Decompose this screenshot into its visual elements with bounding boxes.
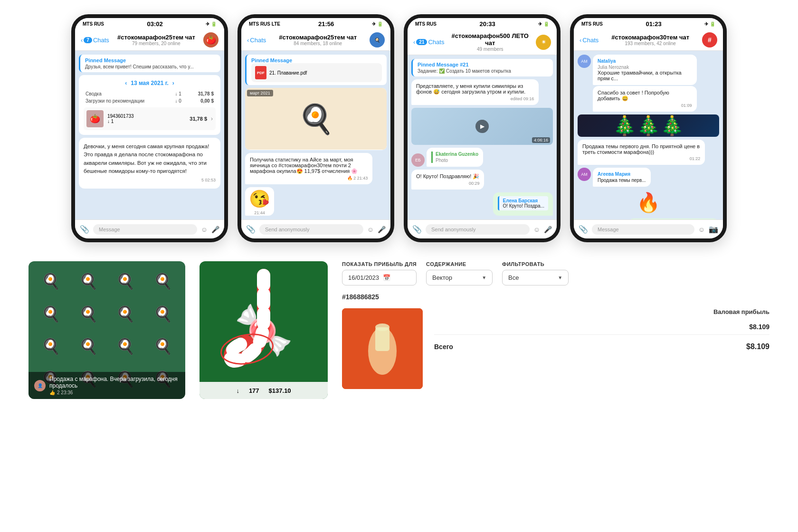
- emoji-icon-4[interactable]: ☺: [698, 226, 705, 233]
- revenue-amount-1: $8.109: [749, 323, 770, 331]
- pin-label-2: Pinned Message: [251, 57, 382, 63]
- mic-icon-4[interactable]: 📷: [709, 225, 718, 234]
- chat-header-2: ‹ Chats #стокомарафон25тем чат 84 member…: [241, 29, 390, 51]
- invoice-item-info: 1943601733 ↓ 1: [107, 114, 186, 124]
- emoji-icon-1[interactable]: ☺: [201, 226, 208, 233]
- task-msg-3: Представляете, у меня купили симиляры из…: [411, 79, 539, 105]
- reply-time-3: 00:29: [416, 181, 479, 186]
- pdf-name-2: 21. Плавание.pdf: [269, 70, 307, 76]
- msg2-time-4: 01:09: [598, 103, 692, 108]
- bubble-time-2a: 🔥 2 21:43: [250, 176, 368, 180]
- attach-icon-2[interactable]: 📎: [246, 225, 256, 234]
- egg-7: 🍳: [108, 299, 143, 330]
- message-input-2[interactable]: Send anonymously: [259, 224, 363, 235]
- download-icon: ↓: [236, 387, 239, 394]
- mic-icon-3[interactable]: 🎤: [544, 226, 552, 233]
- egg-4: 🍳: [145, 266, 181, 297]
- ageva-msg-group: АМ Агеева Мария Продажа темы перв...: [578, 168, 719, 187]
- mic-icon-1[interactable]: 🎤: [211, 226, 219, 233]
- date-value: 16/01/2023: [348, 274, 379, 281]
- pin-label-3: Pinned Message #21: [418, 62, 548, 67]
- invoice-nav-1: ‹ 13 мая 2021 г. ›: [84, 80, 216, 86]
- attach-icon-4[interactable]: 📎: [579, 225, 588, 234]
- chat-name-2: #стокомарафон25тем чат: [270, 34, 366, 41]
- invoice-amt-recommend: 0,00 $: [188, 97, 216, 104]
- chat-content-2: Pinned Message PDF 21. Плавание.pdf 🍳 ма…: [241, 51, 390, 219]
- video-play-icon[interactable]: ▶: [475, 120, 489, 133]
- emoji-icon-3[interactable]: ☺: [533, 226, 540, 233]
- chat-title-4: #стокомарафон30тем чат 193 members, 42 o…: [602, 34, 698, 46]
- elena-msg-container: ЕБ Ekaterina Guzenko Photo: [411, 148, 553, 167]
- message-input-3[interactable]: Send anonymously: [426, 224, 530, 235]
- msg-bubble-2a: Получила статистику на Айсе за март, моя…: [245, 153, 372, 184]
- back-button-1[interactable]: ‹ 7 Chats: [81, 37, 109, 44]
- ekaterina-name: Ekaterina Guzenko: [436, 152, 478, 157]
- photo-label-3: Photo: [436, 158, 478, 163]
- ageva-bubble: Агеева Мария Продажа темы перв...: [593, 168, 651, 187]
- back-button-2[interactable]: ‹ Chats: [247, 37, 266, 44]
- icons-3: ✈ 🔋: [538, 21, 549, 27]
- chat-content-3: Pinned Message #21 Задание: ✅ Создать 10…: [408, 55, 557, 219]
- back-label-1: Chats: [93, 37, 109, 44]
- message-input-4[interactable]: Message: [592, 224, 694, 235]
- status-bar-3: MTS RUS 20:33 ✈ 🔋: [408, 18, 557, 29]
- message-input-1[interactable]: Message: [93, 224, 197, 235]
- task-time-3: edited 09:16: [416, 96, 534, 101]
- revenue-header: Валовая прибыль: [434, 308, 770, 315]
- chat-name-4: #стокомарафон30тем чат: [602, 34, 698, 41]
- eggs-caption-bar: 👤 Продажа с марафона. Вчера загрузила, с…: [28, 372, 185, 399]
- stats-filters: ПОКАЗАТЬ ПРИБЫЛЬ ДЛЯ 16/01/2023 📅 СОДЕРЖ…: [342, 261, 770, 285]
- members-1: 79 members, 20 online: [113, 41, 200, 46]
- date-filter-group: ПОКАЗАТЬ ПРИБЫЛЬ ДЛЯ 16/01/2023 📅: [342, 261, 417, 285]
- reply-quote-3: Елена Барская О! Круто! Поздра...: [498, 196, 549, 210]
- type-filter-control[interactable]: Все ▼: [502, 270, 569, 285]
- congratulate-bubble: О! Круто! Поздравляю! 🎉 00:29: [411, 170, 484, 190]
- svg-point-4: [375, 323, 390, 331]
- large-msg-text-1: Девочки, у меня сегодня самая крупная пр…: [84, 142, 216, 175]
- egg-1: 🍳: [33, 266, 69, 297]
- own-reply-bubble-3: Елена Барская О! Круто! Поздра...: [493, 192, 553, 216]
- date-filter-control[interactable]: 16/01/2023 📅: [342, 270, 417, 285]
- neon-promo-bubble: Продажа темы первого дня. По приятной це…: [578, 140, 705, 165]
- total-label: Всего: [434, 343, 453, 351]
- signal-2: MTS RUS LTE: [249, 21, 280, 27]
- chat-header-3: ‹ 21 Chats #стокомарафон500 ЛЕТО чат 49 …: [408, 29, 557, 55]
- content-chevron-icon: ▼: [482, 275, 486, 280]
- signal-3: MTS RUS: [415, 21, 437, 27]
- attach-icon-3[interactable]: 📎: [412, 225, 422, 234]
- content-filter-control[interactable]: Вектор ▼: [426, 270, 493, 285]
- pinned-message-1: Pinned Message Друзья, всем привет! Спеш…: [79, 55, 220, 72]
- prev-month-icon[interactable]: ‹: [125, 80, 127, 86]
- revenue-row-1: $8.109: [434, 319, 770, 335]
- type-filter-group: ФИЛЬТРОВАТЬ Все ▼: [502, 261, 569, 285]
- item-stats-row: Валовая прибыль $8.109 Всего $8.109: [342, 308, 770, 389]
- back-button-3[interactable]: ‹ 21 Chats: [413, 38, 444, 46]
- next-month-icon[interactable]: ›: [172, 80, 174, 86]
- chat-input-bar-3: 📎 Send anonymously ☺ 🎤: [408, 219, 557, 238]
- download-bar: ↓ 177 $137.10: [200, 382, 328, 399]
- pin-label-1: Pinned Message: [85, 57, 216, 63]
- pdf-icon-2: PDF: [255, 66, 266, 79]
- attach-icon-1[interactable]: 📎: [80, 225, 89, 234]
- pin-text-1: Друзья, всем привет! Спешим рассказать, …: [85, 64, 216, 69]
- back-button-4[interactable]: ‹ Chats: [580, 37, 598, 44]
- invoice-dl-svodka: ↓ 1: [173, 90, 188, 97]
- emoji-large-2: 😘: [249, 189, 270, 209]
- time-3: 20:33: [479, 20, 495, 28]
- pinned-message-2: Pinned Message PDF 21. Плавание.pdf: [245, 55, 387, 85]
- type-filter-label: ФИЛЬТРОВАТЬ: [502, 261, 569, 267]
- chevron-right-icon: ›: [211, 115, 213, 122]
- time-1: 03:02: [147, 20, 162, 28]
- large-message-1: Девочки, у меня сегодня самая крупная пр…: [79, 138, 220, 189]
- eggs-caption-row: 👤 Продажа с марафона. Вчера загрузила, с…: [34, 376, 180, 395]
- mic-icon-2[interactable]: 🎤: [378, 226, 386, 233]
- calendar-icon: 📅: [383, 274, 390, 281]
- invoice-label-recommend: Загрузки по рекомендации: [84, 97, 173, 104]
- egg-11: 🍳: [108, 331, 143, 362]
- invoice-table-1: Сводка ↓ 1 31,78 $ Загрузки по рекоменда…: [84, 90, 216, 104]
- members-3: 49 members: [448, 47, 532, 52]
- phone-3: MTS RUS 20:33 ✈ 🔋 ‹ 21 Chats #стокомараф…: [404, 14, 560, 242]
- emoji-icon-2[interactable]: ☺: [367, 226, 374, 233]
- invoice-item-id: 1943601733: [107, 114, 186, 119]
- invoice-label-svodka: Сводка: [84, 90, 173, 97]
